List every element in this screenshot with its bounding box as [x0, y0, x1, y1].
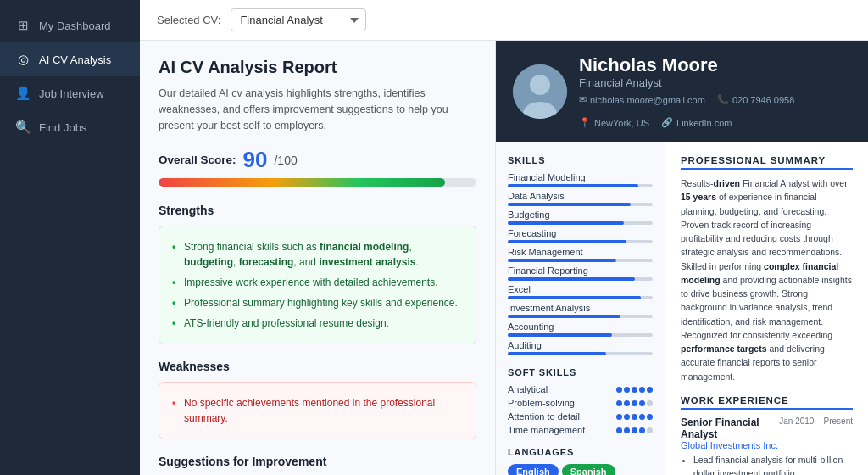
cv-contact-phone: 📞 020 7946 0958 [717, 94, 794, 105]
phone-icon: 📞 [717, 94, 729, 105]
cv-analysis-icon: ◎ [15, 52, 31, 67]
skill-bar [508, 333, 653, 337]
dot [616, 414, 622, 420]
soft-skill-item: Analytical [508, 384, 653, 394]
cv-right-column: PROFESSIONAL SUMMARY Results-driven Fina… [665, 142, 868, 475]
score-max: /100 [274, 154, 297, 167]
dot [624, 400, 630, 406]
soft-skill-name: Problem-solving [508, 398, 575, 408]
sidebar-item-dashboard[interactable]: ⊞ My Dashboard [0, 8, 140, 42]
cv-select[interactable]: Financial Analyst [231, 8, 366, 31]
analysis-title: AI CV Analysis Report [159, 58, 476, 77]
cv-left-column: SKILLS Financial Modeling Data Analysis … [496, 142, 665, 475]
dots [616, 400, 653, 406]
skill-name: Budgeting [508, 210, 653, 220]
dot [616, 400, 622, 406]
dot [632, 387, 637, 393]
skill-bar-fill [508, 259, 616, 262]
list-item: Lead financial analysis for multi-billio… [693, 454, 853, 475]
cv-panel: Nicholas Moore Financial Analyst ✉ nicho… [496, 41, 868, 475]
skill-name: Accounting [508, 321, 653, 332]
score-bar [159, 178, 476, 187]
dot [632, 414, 637, 420]
skill-bar-fill [508, 184, 638, 187]
soft-skill-item: Time management [508, 425, 653, 435]
sidebar-item-job-interview[interactable]: 👤 Job Interview [0, 76, 140, 110]
work-title: Senior Financial Analyst [681, 416, 779, 440]
professional-summary-text: Results-driven Financial Analyst with ov… [681, 176, 853, 383]
dot [624, 428, 630, 433]
dot [647, 400, 653, 406]
skill-bar [508, 184, 653, 187]
soft-skill-item: Problem-solving [508, 398, 653, 408]
suggestions-heading: Suggestions for Improvement [159, 455, 476, 468]
strengths-list: Strong financial skills such as financia… [172, 237, 463, 333]
skill-item: Financial Reporting [508, 265, 653, 281]
sidebar-item-cv-analysis[interactable]: ◎ AI CV Analysis [0, 42, 140, 76]
sidebar: ⊞ My Dashboard ◎ AI CV Analysis 👤 Job In… [0, 0, 140, 475]
skill-name: Financial Reporting [508, 265, 653, 276]
skill-item: Excel [508, 284, 653, 299]
location-icon: 📍 [579, 117, 591, 128]
cv-role: Financial Analyst [579, 76, 851, 89]
skill-bar [508, 240, 653, 243]
dot [639, 414, 645, 420]
professional-summary-title: PROFESSIONAL SUMMARY [681, 155, 853, 170]
cv-contact-linkedin: 🔗 LinkedIn.com [661, 117, 732, 128]
languages-list: EnglishSpanish [508, 464, 653, 475]
sidebar-item-find-jobs[interactable]: 🔍 Find Jobs [0, 110, 140, 144]
language-badge: Spanish [562, 464, 615, 475]
skills-section-title: SKILLS [508, 155, 653, 165]
skill-item: Financial Modeling [508, 172, 653, 187]
language-badge: English [508, 464, 559, 475]
svg-point-1 [530, 75, 550, 95]
skill-bar-fill [508, 240, 626, 243]
work-date: Jan 2010 – Present [779, 416, 853, 426]
analysis-panel: AI CV Analysis Report Our detailed AI cv… [140, 41, 496, 475]
list-item: Professional summary highlighting key sk… [172, 293, 463, 313]
skill-name: Auditing [508, 340, 653, 350]
soft-skills-list: Analytical Problem-solving Attention to … [508, 384, 653, 435]
cv-contact-email: ✉ nicholas.moore@gmail.com [579, 94, 705, 105]
work-bullets: Lead financial analysis for multi-billio… [681, 454, 853, 475]
work-experience-list: Senior Financial Analyst Jan 2010 – Pres… [681, 416, 853, 475]
dot [632, 428, 637, 433]
sidebar-item-job-interview-label: Job Interview [39, 87, 104, 100]
soft-skill-name: Analytical [508, 384, 548, 394]
dots [616, 428, 653, 433]
skill-bar-fill [508, 277, 635, 281]
skill-name: Financial Modeling [508, 172, 653, 182]
dot [616, 387, 622, 393]
cv-header: Nicholas Moore Financial Analyst ✉ nicho… [496, 41, 868, 142]
skill-item: Budgeting [508, 210, 653, 225]
dot [639, 428, 645, 433]
cv-name: Nicholas Moore [579, 54, 851, 76]
analysis-description: Our detailed AI cv analysis highlights s… [159, 86, 476, 133]
work-experience-section: WORK EXPERIENCE Senior Financial Analyst… [681, 395, 853, 475]
topbar: Selected CV: Financial Analyst [140, 0, 868, 41]
strengths-heading: Strengths [159, 204, 476, 217]
work-company: Global Investments Inc. [681, 440, 853, 450]
skill-bar [508, 221, 653, 225]
dot [647, 414, 653, 420]
skill-bar-fill [508, 296, 641, 299]
skill-bar [508, 277, 653, 281]
skill-item: Investment Analysis [508, 303, 653, 318]
soft-skill-name: Time management [508, 425, 585, 435]
main-content: Selected CV: Financial Analyst AI CV Ana… [140, 0, 868, 475]
cv-body: SKILLS Financial Modeling Data Analysis … [496, 142, 868, 475]
professional-summary-section: PROFESSIONAL SUMMARY Results-driven Fina… [681, 155, 853, 383]
avatar [513, 64, 567, 119]
find-jobs-icon: 🔍 [15, 120, 31, 135]
skill-item: Data Analysis [508, 191, 653, 206]
overall-score-label: Overall Score: [159, 154, 236, 166]
weaknesses-box: No specific achievements mentioned in th… [159, 382, 476, 439]
score-value: 90 [243, 147, 268, 173]
skill-bar [508, 315, 653, 318]
cv-contact-location: 📍 NewYork, US [579, 117, 649, 128]
dot [647, 387, 653, 393]
sidebar-item-dashboard-label: My Dashboard [39, 20, 111, 32]
list-item: No specific achievements mentioned in th… [172, 393, 463, 428]
skill-bar-fill [508, 333, 612, 337]
sidebar-item-cv-analysis-label: AI CV Analysis [39, 53, 111, 66]
